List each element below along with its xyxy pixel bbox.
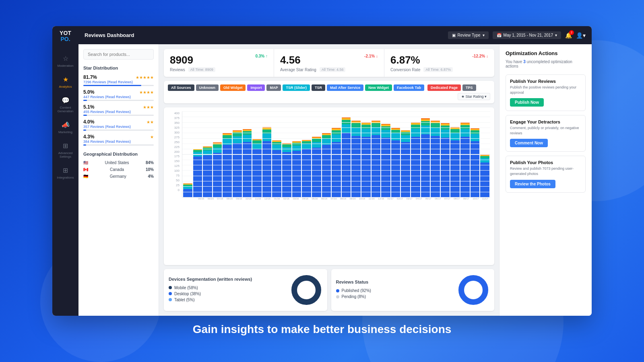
devices-info: Devices Segmentation (written reviews) M…: [169, 277, 284, 304]
tag-map[interactable]: MAP: [266, 84, 281, 91]
legend-pending: Pending (8%): [336, 294, 452, 299]
bar-segment-teal: [183, 186, 192, 189]
bar-segment-teal: [421, 125, 430, 134]
bar-segment-teal: [372, 127, 381, 135]
star-row-5[interactable]: 81.7% ★★★★★ 7296 Reviews (Read Reviews): [83, 74, 154, 86]
sidebar-item-moderation[interactable]: ☆ Moderation: [52, 51, 78, 72]
bar-segment-blue: [401, 142, 410, 197]
bar-segment-blue: [381, 138, 390, 197]
bar-group-27: [450, 113, 460, 197]
publish-now-btn[interactable]: Publish Now: [510, 98, 544, 107]
bar-group-19: [372, 113, 381, 197]
star-row-1[interactable]: 4.3% ★ 384 Reviews (Read Reviews): [83, 134, 154, 146]
dashboard-body: Star Distribution 81.7% ★★★★★ 7296 Revie…: [78, 44, 592, 316]
tag-old-widget[interactable]: Old Widget: [220, 84, 246, 91]
notification-bell[interactable]: 🔔 2: [565, 32, 572, 39]
bar-group-24: [421, 113, 430, 197]
star-4-sub: 447 Reviews (Read Reviews): [83, 95, 154, 99]
tag-dedicated[interactable]: Dedicated Page: [427, 84, 461, 91]
geo-section: Geographical Distribution 🇺🇸 United Stat…: [83, 152, 154, 179]
y-label-100: 100: [174, 169, 180, 173]
dashboard-window: YOT PO. ☆ Moderation ★ Analytics 💬 Conte…: [52, 26, 592, 316]
bar-segment-green: [292, 143, 301, 146]
x-label-7: 12/15: [263, 197, 272, 200]
sidebar-item-marketing[interactable]: 📣 Marketing: [52, 117, 78, 138]
pending-label: Pending (8%): [342, 294, 366, 299]
bar-segment-green: [441, 125, 450, 130]
marketing-icon: 📣: [62, 121, 70, 129]
star-1-sub: 384 Reviews (Read Reviews): [83, 140, 154, 144]
bar-group-13: [312, 113, 321, 197]
stat-conversion: 6.87% -12.2% ↓ Conversion Rate All Time:…: [384, 49, 494, 77]
user-menu[interactable]: 👤▾: [576, 32, 586, 39]
opt-count: 3: [523, 60, 526, 64]
y-axis: 400 375 350 325 300 275 250 225 200 175: [168, 111, 182, 200]
tag-mail[interactable]: Mail After Service: [327, 84, 363, 91]
star-5-stars: ★★★★★: [136, 75, 154, 80]
tag-tsr-slider[interactable]: TSR (Slider): [283, 84, 310, 91]
tag-unknown[interactable]: Unknown: [196, 84, 219, 91]
ca-flag: 🇨🇦: [83, 167, 88, 172]
tag-all-sources[interactable]: All Sources: [168, 84, 194, 91]
review-photos-btn[interactable]: Review the Photos: [510, 180, 555, 188]
bar-group-26: [441, 113, 450, 197]
tag-facebook[interactable]: Facebook Tab: [394, 84, 424, 91]
bar-segment-green: [391, 130, 400, 133]
sidebar-label-integrations: Integrations: [57, 176, 74, 179]
main-area: 8909 0.3% ↑ Reviews All Time: 8909 4.56: [159, 44, 499, 316]
review-type-btn[interactable]: ▣ Review Type ▾: [448, 31, 489, 39]
bar-group-14: [322, 113, 331, 197]
tablet-label: Tablet (5%): [174, 298, 195, 302]
stat-rating-header: 4.56 -2.1% ↓: [280, 54, 378, 66]
star-row-3[interactable]: 5.1% ★★★ 455 Reviews (Read Reviews): [83, 104, 154, 116]
bar-segment-blue: [431, 136, 440, 197]
bar-segment-blue: [332, 142, 341, 197]
bar-group-16: [342, 113, 351, 197]
bar-segment-blue: [292, 151, 301, 197]
tag-tsr[interactable]: TSR: [312, 84, 325, 91]
search-input[interactable]: [83, 49, 154, 60]
bar-segment-green: [213, 144, 222, 148]
star-rating-btn[interactable]: ★ Star Rating ▾: [458, 93, 490, 100]
opt-card-photos: Publish Your Photos Review and publish 7…: [506, 156, 586, 192]
sidebar-item-analytics[interactable]: ★ Analytics: [52, 72, 78, 93]
sidebar-label-moderation: Moderation: [57, 64, 73, 68]
comment-now-btn[interactable]: Comment Now: [510, 139, 548, 147]
star-2-bar: [83, 130, 154, 131]
sidebar-label-marketing: Marketing: [58, 130, 72, 134]
sidebar-item-content[interactable]: 💬 Content Generation: [52, 93, 78, 117]
bar-segment-teal: [361, 129, 371, 137]
star-row-4[interactable]: 5.0% ★★★★ 447 Reviews (Read Reviews): [83, 89, 154, 101]
bar-segment-blue: [441, 138, 450, 197]
x-label-2: 07/15: [216, 197, 225, 200]
bar-segment-blue: [252, 149, 262, 197]
y-label-375: 375: [174, 116, 180, 120]
x-axis: 05/1506/1507/1508/1509/1510/1511/1512/15…: [196, 197, 490, 200]
chart-wrapper: 400 375 350 325 300 275 250 225 200 175: [168, 111, 490, 200]
date-range-btn[interactable]: 📅 May 1, 2015 - Nov 21, 2017 ▾: [493, 31, 561, 39]
star-row-2[interactable]: 4.0% ★★ 357 Reviews (Read Reviews): [83, 119, 154, 131]
star-4-bar-fill: [83, 100, 87, 101]
legend-desktop: Desktop (38%): [169, 292, 284, 296]
calendar-icon: 📅: [497, 33, 502, 37]
ca-country: Canada: [110, 167, 124, 172]
bar-segment-blue: [223, 145, 232, 197]
bar-segment-blue: [272, 150, 281, 197]
tablet-dot: [169, 298, 172, 301]
bar-segment-teal: [252, 144, 262, 149]
star-3-stars: ★★★: [143, 105, 154, 109]
bar-segment-green: [351, 123, 361, 128]
sidebar-item-integrations[interactable]: ⊞ Integrations: [52, 162, 78, 183]
tag-import[interactable]: Import: [247, 84, 265, 91]
opt-photos-desc: Review and publish 7073 pending user-gen…: [510, 166, 581, 176]
x-label-30: 11/17: [481, 197, 489, 200]
bar-segment-teal: [272, 145, 281, 150]
bar-segment-green: [223, 135, 232, 139]
tag-tps[interactable]: TPS: [462, 84, 476, 91]
tag-new-widget[interactable]: New Widget: [365, 84, 392, 91]
de-flag: 🇩🇪: [83, 174, 88, 179]
y-label-400: 400: [174, 111, 180, 115]
sidebar-item-settings[interactable]: ⊞ Advanced Settings: [52, 138, 78, 162]
bar-segment-green: [361, 125, 371, 129]
bar-segment-teal: [411, 129, 420, 137]
